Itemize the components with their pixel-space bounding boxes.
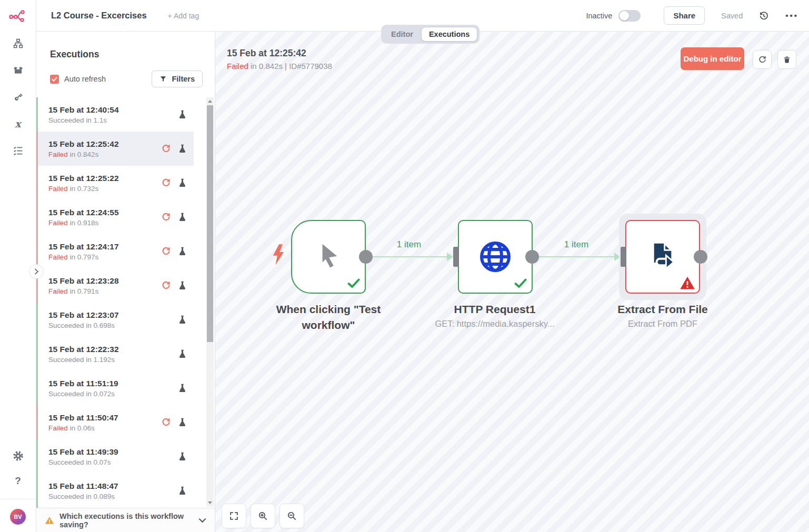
output-connector[interactable] xyxy=(359,250,373,264)
execution-list-item[interactable]: 15 Feb at 11:51:19 Succeeded in 0.072s xyxy=(36,371,194,405)
input-connector[interactable] xyxy=(453,247,458,267)
settings-button[interactable] xyxy=(12,449,24,462)
sidebar-item-workflows[interactable] xyxy=(12,37,24,49)
retry-icon[interactable] xyxy=(161,417,171,427)
executions-footer[interactable]: Which executions is this workflow saving… xyxy=(36,508,215,532)
debug-flask-icon[interactable] xyxy=(178,247,186,256)
zoom-in-button[interactable] xyxy=(251,504,275,528)
execution-time: 15 Feb at 12:25:42 xyxy=(48,139,119,149)
debug-flask-icon[interactable] xyxy=(178,384,186,393)
retry-icon[interactable] xyxy=(161,280,171,290)
tab-editor[interactable]: Editor xyxy=(383,27,421,42)
debug-flask-icon[interactable] xyxy=(178,418,186,427)
execution-list-item[interactable]: 15 Feb at 11:49:39 Succeeded in 0.07s xyxy=(36,439,194,474)
execution-result: Failed in 0.918s xyxy=(48,219,119,227)
history-button[interactable] xyxy=(758,11,769,21)
share-button[interactable]: Share xyxy=(664,6,705,25)
executions-scrollbar[interactable] xyxy=(206,97,214,507)
zoom-out-icon xyxy=(287,511,297,521)
execution-result: Failed in 0.842s xyxy=(48,150,119,158)
execution-status: Failed xyxy=(227,62,248,71)
execution-time: 15 Feb at 12:24:55 xyxy=(48,208,119,217)
execution-list-item[interactable]: 15 Feb at 12:23:28 Failed in 0.791s xyxy=(36,268,194,303)
debug-flask-icon[interactable] xyxy=(178,349,186,359)
debug-flask-icon[interactable] xyxy=(178,178,186,188)
node-when-clicking-test-workflow[interactable] xyxy=(291,220,366,294)
execution-list-item[interactable]: 15 Feb at 11:48:47 Succeeded in 0.089s xyxy=(36,474,194,508)
execution-time: 15 Feb at 12:24:17 xyxy=(48,242,119,252)
sidebar-item-variables[interactable]: x xyxy=(12,117,24,130)
scroll-down-arrow[interactable] xyxy=(206,499,214,507)
sidebar-item-executions[interactable] xyxy=(12,144,24,157)
debug-flask-icon[interactable] xyxy=(178,110,186,119)
node-extract-from-file[interactable] xyxy=(625,220,700,294)
scroll-up-arrow[interactable] xyxy=(206,97,214,105)
debug-flask-icon[interactable] xyxy=(178,452,186,461)
execution-time: 15 Feb at 11:51:19 xyxy=(48,379,118,388)
n8n-logo[interactable] xyxy=(9,8,27,23)
execution-time: 15 Feb at 12:25:22 xyxy=(48,174,119,183)
connection-line xyxy=(371,256,450,257)
box-icon xyxy=(13,65,24,76)
retry-icon[interactable] xyxy=(161,178,171,188)
execution-meta: in 0.842s | ID#5779038 xyxy=(251,62,332,71)
node-http-request1[interactable] xyxy=(458,220,533,294)
collapse-panel-button[interactable] xyxy=(29,264,44,279)
avatar-initials: BV xyxy=(14,514,22,520)
debug-flask-icon[interactable] xyxy=(178,486,186,496)
execution-result: Succeeded in 0.089s xyxy=(48,493,118,500)
fit-view-icon xyxy=(229,511,239,521)
chevron-down-icon[interactable] xyxy=(198,518,206,523)
fit-view-button[interactable] xyxy=(222,504,246,528)
debug-flask-icon[interactable] xyxy=(178,315,186,325)
retry-icon[interactable] xyxy=(161,246,171,256)
saved-status: Saved xyxy=(721,12,743,20)
avatar[interactable]: BV xyxy=(10,509,26,525)
executions-list: 15 Feb at 12:40:54 Succeeded in 1.1s 15 … xyxy=(36,97,194,508)
debug-in-editor-button[interactable]: Debug in editor xyxy=(681,47,744,70)
sidebar-item-templates[interactable] xyxy=(12,64,24,76)
zoom-out-button[interactable] xyxy=(279,504,304,528)
zoom-in-icon xyxy=(258,511,268,521)
debug-flask-icon[interactable] xyxy=(178,213,186,222)
execution-list-item[interactable]: 15 Feb at 12:25:22 Failed in 0.732s xyxy=(36,166,194,200)
output-connector[interactable] xyxy=(694,250,707,264)
execution-time: 15 Feb at 11:50:47 xyxy=(48,413,118,423)
refresh-execution-button[interactable] xyxy=(753,50,772,69)
input-connector[interactable] xyxy=(621,247,626,267)
output-connector[interactable] xyxy=(525,250,539,264)
execution-result: Failed in 0.791s xyxy=(48,287,119,295)
key-icon xyxy=(13,92,24,103)
checklist-icon xyxy=(13,145,24,156)
workflow-canvas[interactable]: 15 Feb at 12:25:42 Failed in 0.842s | ID… xyxy=(215,32,809,532)
debug-flask-icon[interactable] xyxy=(178,144,186,154)
debug-flask-icon[interactable] xyxy=(178,281,186,290)
execution-list-item[interactable]: 15 Feb at 12:24:17 Failed in 0.797s xyxy=(36,234,194,268)
retry-icon[interactable] xyxy=(161,144,171,154)
auto-refresh-checkbox[interactable] xyxy=(50,75,59,84)
help-button[interactable]: ? xyxy=(12,475,24,487)
connection-items-label: 1 item xyxy=(545,239,608,250)
gear-icon xyxy=(13,450,24,461)
auto-refresh-label[interactable]: Auto refresh xyxy=(64,75,106,83)
editor-executions-tabs: Editor Executions xyxy=(381,25,480,44)
execution-list-item[interactable]: 15 Feb at 12:40:54 Succeeded in 1.1s xyxy=(36,97,194,132)
execution-list-item[interactable]: 15 Feb at 12:23:07 Succeeded in 0.698s xyxy=(36,303,194,337)
execution-list-item[interactable]: 15 Feb at 12:24:55 Failed in 0.918s xyxy=(36,200,194,234)
delete-execution-button[interactable] xyxy=(777,50,796,69)
workflow-title[interactable]: L2 Course - Excercises xyxy=(51,11,147,21)
active-toggle[interactable] xyxy=(618,10,641,22)
execution-list-item[interactable]: 15 Feb at 12:25:42 Failed in 0.842s xyxy=(36,132,194,166)
execution-result: Succeeded in 0.07s xyxy=(48,458,118,466)
filters-button[interactable]: Filters xyxy=(152,71,203,87)
execution-title: 15 Feb at 12:25:42 xyxy=(227,48,332,59)
execution-list-item[interactable]: 15 Feb at 12:22:32 Succeeded in 1.192s xyxy=(36,337,194,371)
tab-executions[interactable]: Executions xyxy=(421,27,477,42)
execution-result: Failed in 0.797s xyxy=(48,253,119,261)
more-options-button[interactable]: ••• xyxy=(785,11,798,20)
execution-list-item[interactable]: 15 Feb at 11:50:47 Failed in 0.06s xyxy=(36,405,194,439)
retry-icon[interactable] xyxy=(161,212,171,222)
add-tag-button[interactable]: + Add tag xyxy=(168,12,199,20)
scrollbar-thumb[interactable] xyxy=(207,105,213,342)
sidebar-item-credentials[interactable] xyxy=(12,91,24,103)
